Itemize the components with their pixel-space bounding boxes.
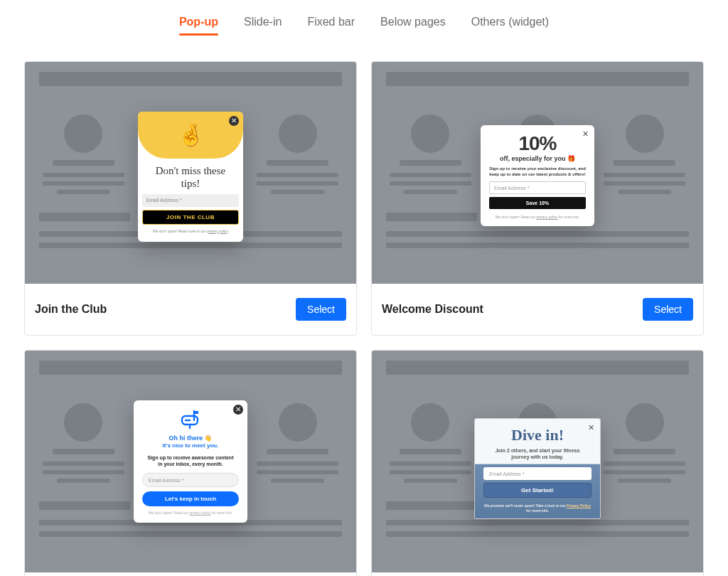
popup-description: Sign up to receive awesome content in yo… [146,454,235,467]
popup-heading: Dive in! [483,426,592,444]
email-field: Email Address * [142,194,239,207]
popup-heading-line2: It's nice to meet you. [142,442,239,449]
template-preview: ✕ Dive in! Join 2 others, and start your… [372,351,703,572]
fingers-crossed-icon: 🤞 [178,122,204,147]
popup-preview: ✕ Dive in! Join 2 others, and start your… [474,418,601,520]
popup-description: Join 2 others, and start your fitness jo… [486,447,589,461]
popup-preview: ✕ Oh hi there 👋 It's nice to meet you. S… [134,400,247,523]
template-preview: ✕ Oh hi there 👋 It's nice to meet you. S… [25,351,356,572]
popup-heading-line1: Oh hi there 👋 [142,434,239,442]
template-card-dive-in: ✕ Dive in! Join 2 others, and start your… [371,350,704,576]
popup-banner: 🤞 [138,112,243,159]
template-preview: ✕ 🤞 Don't miss these tips! Email Address… [25,62,356,284]
select-button[interactable]: Select [296,298,346,321]
template-type-tabs: Pop-up Slide-in Fixed bar Below pages Ot… [0,0,728,40]
tab-others[interactable]: Others (widget) [471,16,549,33]
save-button: Save 10% [489,197,586,209]
template-preview: ✕ 10% off, especially for you 🎁 Sign up … [372,62,703,284]
card-footer: Join the Club Select [25,284,356,335]
popup-preview: ✕ 10% off, especially for you 🎁 Sign up … [481,125,594,227]
popup-fineprint: We promise we'll never spam! Take a look… [483,503,592,513]
card-footer: Select [25,572,356,576]
tab-slidein[interactable]: Slide-in [244,16,282,33]
select-button[interactable]: Select [643,298,693,321]
keep-in-touch-button: Let's keep in touch [142,491,239,506]
svg-rect-4 [194,411,198,414]
tab-popup[interactable]: Pop-up [179,16,218,33]
mailbox-icon [142,410,239,432]
close-icon: ✕ [229,116,239,126]
email-field: Email Address * [483,467,592,480]
template-grid: ✕ 🤞 Don't miss these tips! Email Address… [0,40,728,576]
template-card-join-the-club: ✕ 🤞 Don't miss these tips! Email Address… [24,61,357,336]
tab-belowpages[interactable]: Below pages [380,16,446,33]
join-button: JOIN THE CLUB [142,210,239,225]
popup-fineprint: We don't spam! Read our privacy policy f… [142,511,239,516]
email-field: Email Address * [489,181,586,194]
close-icon: ✕ [582,129,589,139]
popup-description: Sign up to receive your exclusive discou… [489,166,586,178]
template-title: Join the Club [35,303,107,316]
email-field: Email Address * [142,473,239,487]
close-icon: ✕ [233,405,243,415]
template-card-welcome-discount: ✕ 10% off, especially for you 🎁 Sign up … [371,61,704,336]
tab-fixedbar[interactable]: Fixed bar [307,16,355,33]
template-card-oh-hi-there: ✕ Oh hi there 👋 It's nice to meet you. S… [24,350,357,576]
template-title: Welcome Discount [382,303,483,316]
popup-fineprint: We don't spam! Read more in our privacy … [138,229,243,233]
popup-fineprint: We don't spam! Read our privacy policy f… [489,215,586,219]
close-icon: ✕ [588,423,594,432]
popup-preview: ✕ 🤞 Don't miss these tips! Email Address… [138,112,243,242]
popup-heading: Don't miss these tips! [138,159,243,194]
popup-percent: 10% [489,132,586,155]
get-started-button: Get Started! [483,483,592,498]
popup-subheading: off, especially for you 🎁 [489,155,586,162]
card-footer: Welcome Discount Select [372,284,703,335]
card-footer: Select [372,572,703,576]
